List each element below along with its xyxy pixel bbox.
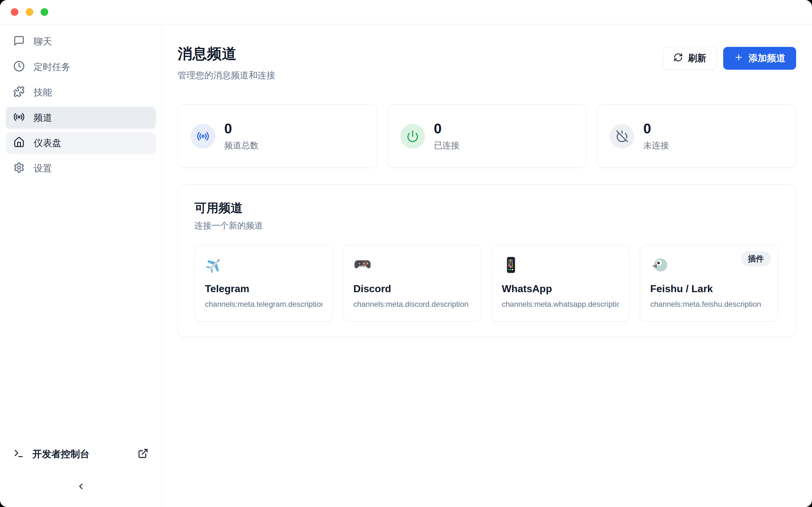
stat-value: 0 bbox=[643, 121, 669, 136]
channel-card-discord[interactable]: Discord channels:meta.discord.descriptio… bbox=[343, 245, 481, 322]
airplane-emoji bbox=[205, 255, 322, 275]
main-content: 消息频道 管理您的消息频道和连接 刷新 添加频道 bbox=[162, 24, 812, 507]
minimize-button[interactable] bbox=[26, 8, 33, 16]
channel-name: Telegram bbox=[205, 283, 322, 295]
stat-card-total-channels: 0 频道总数 bbox=[177, 104, 377, 168]
refresh-button[interactable]: 刷新 bbox=[663, 47, 717, 70]
developer-console-label: 开发者控制台 bbox=[32, 448, 130, 461]
home-icon bbox=[13, 136, 25, 150]
sidebar: 聊天 定时任务 技能 频道 bbox=[0, 24, 162, 507]
refresh-icon bbox=[673, 53, 683, 64]
available-channels-title: 可用频道 bbox=[194, 200, 779, 216]
channel-name: Feishu / Lark bbox=[650, 283, 768, 295]
stat-label: 频道总数 bbox=[224, 140, 258, 151]
channel-card-whatsapp[interactable]: WhatsApp channels:meta.whatsapp.descript… bbox=[491, 245, 629, 322]
gamepad-emoji bbox=[353, 255, 471, 275]
sidebar-item-settings[interactable]: 设置 bbox=[6, 158, 156, 180]
sidebar-item-label: 频道 bbox=[34, 112, 52, 124]
sidebar-item-chat[interactable]: 聊天 bbox=[6, 31, 156, 53]
sidebar-collapse-button[interactable] bbox=[72, 478, 90, 496]
page-subtitle: 管理您的消息频道和连接 bbox=[177, 69, 275, 81]
gear-icon bbox=[13, 162, 25, 176]
sidebar-item-label: 设置 bbox=[34, 162, 52, 175]
puzzle-icon bbox=[13, 86, 25, 100]
channel-name: Discord bbox=[353, 283, 471, 295]
stat-card-connected: 0 已连接 bbox=[387, 104, 587, 168]
titlebar bbox=[0, 0, 812, 24]
external-link-icon bbox=[138, 448, 148, 460]
sidebar-item-dashboard[interactable]: 仪表盘 bbox=[6, 132, 156, 154]
add-channel-button[interactable]: 添加频道 bbox=[723, 47, 796, 70]
refresh-button-label: 刷新 bbox=[688, 52, 706, 65]
app-window: 聊天 定时任务 技能 频道 bbox=[0, 0, 812, 507]
terminal-icon bbox=[13, 448, 24, 460]
sidebar-item-scheduled-tasks[interactable]: 定时任务 bbox=[6, 56, 156, 78]
channel-name: WhatsApp bbox=[502, 283, 619, 295]
close-button[interactable] bbox=[11, 8, 18, 16]
radio-icon bbox=[13, 111, 25, 125]
available-channels-section: 可用频道 连接一个新的频道 Telegram channels:meta.tel… bbox=[177, 184, 796, 337]
stat-card-disconnected: 0 未连接 bbox=[597, 104, 796, 168]
plus-icon bbox=[734, 53, 744, 64]
channel-description: channels:meta.feishu.description bbox=[650, 300, 768, 308]
page-title: 消息频道 bbox=[177, 44, 275, 64]
sidebar-item-label: 聊天 bbox=[34, 36, 52, 48]
channel-card-feishu[interactable]: 插件 Feishu / Lark channels:meta.feishu.de… bbox=[640, 245, 778, 322]
sidebar-item-channels[interactable]: 频道 bbox=[6, 107, 156, 129]
stat-value: 0 bbox=[224, 121, 258, 136]
chat-bubble-icon bbox=[13, 35, 25, 49]
plugin-badge: 插件 bbox=[741, 251, 771, 267]
zoom-button[interactable] bbox=[41, 8, 48, 16]
stat-label: 已连接 bbox=[434, 140, 460, 151]
sidebar-item-label: 定时任务 bbox=[34, 61, 70, 73]
power-icon bbox=[400, 124, 425, 149]
chevron-left-icon bbox=[76, 482, 86, 493]
developer-console-link[interactable]: 开发者控制台 bbox=[6, 443, 156, 465]
stat-label: 未连接 bbox=[643, 140, 669, 151]
available-channels-subtitle: 连接一个新的频道 bbox=[194, 220, 779, 231]
channel-description: channels:meta.whatsapp.description bbox=[502, 300, 619, 308]
sidebar-item-label: 仪表盘 bbox=[34, 137, 61, 150]
add-channel-button-label: 添加频道 bbox=[749, 52, 785, 65]
power-off-icon bbox=[610, 124, 635, 149]
channel-description: channels:meta.telegram.description bbox=[205, 300, 322, 308]
channel-card-telegram[interactable]: Telegram channels:meta.telegram.descript… bbox=[194, 245, 333, 322]
sidebar-item-label: 技能 bbox=[34, 86, 52, 99]
clock-icon bbox=[13, 60, 25, 74]
radio-icon bbox=[191, 124, 215, 149]
channel-description: channels:meta.discord.description bbox=[353, 300, 471, 308]
stat-value: 0 bbox=[434, 121, 460, 136]
mobile-phone-emoji bbox=[502, 255, 619, 275]
sidebar-item-skills[interactable]: 技能 bbox=[6, 81, 156, 104]
